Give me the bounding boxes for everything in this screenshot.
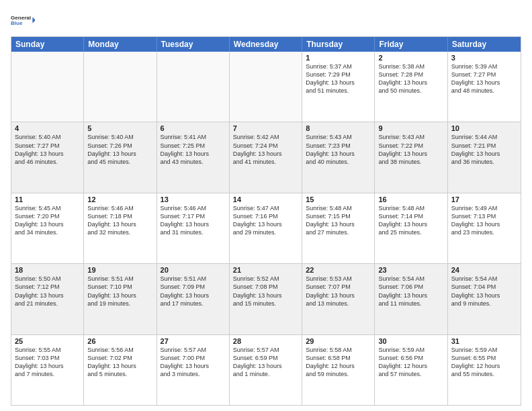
cal-cell: 2Sunrise: 5:38 AMSunset: 7:28 PMDaylight… [375,52,447,122]
day-info: Sunrise: 5:43 AMSunset: 7:23 PMDaylight:… [306,133,371,166]
day-info: Sunrise: 5:53 AMSunset: 7:07 PMDaylight:… [306,275,371,308]
cal-cell: 28Sunrise: 5:57 AMSunset: 6:59 PMDayligh… [230,335,302,405]
cal-cell: 1Sunrise: 5:37 AMSunset: 7:29 PMDaylight… [302,52,375,122]
day-number: 8 [306,124,371,132]
header-day-sunday: Sunday [11,37,84,52]
cal-cell: 17Sunrise: 5:49 AMSunset: 7:13 PMDayligh… [448,193,521,263]
day-info: Sunrise: 5:40 AMSunset: 7:26 PMDaylight:… [87,133,152,166]
header: General Blue [11,8,521,32]
day-number: 26 [87,337,152,345]
day-number: 7 [233,124,298,132]
day-info: Sunrise: 5:38 AMSunset: 7:28 PMDaylight:… [378,62,443,95]
header-day-monday: Monday [84,37,157,52]
day-number: 15 [306,195,371,203]
day-info: Sunrise: 5:48 AMSunset: 7:15 PMDaylight:… [306,204,371,237]
calendar-body: 1Sunrise: 5:37 AMSunset: 7:29 PMDaylight… [11,52,521,405]
day-info: Sunrise: 5:46 AMSunset: 7:18 PMDaylight:… [87,204,152,237]
day-info: Sunrise: 5:42 AMSunset: 7:24 PMDaylight:… [233,133,298,166]
cal-cell: 11Sunrise: 5:45 AMSunset: 7:20 PMDayligh… [11,193,84,263]
day-number: 10 [451,124,517,132]
calendar-header: SundayMondayTuesdayWednesdayThursdayFrid… [11,37,521,52]
day-info: Sunrise: 5:51 AMSunset: 7:10 PMDaylight:… [87,275,152,308]
cal-cell: 25Sunrise: 5:55 AMSunset: 7:03 PMDayligh… [11,335,84,405]
day-info: Sunrise: 5:56 AMSunset: 7:02 PMDaylight:… [87,346,152,379]
day-number: 31 [451,337,517,345]
cal-cell: 16Sunrise: 5:48 AMSunset: 7:14 PMDayligh… [375,193,447,263]
week-1: 1Sunrise: 5:37 AMSunset: 7:29 PMDaylight… [11,52,521,122]
day-info: Sunrise: 5:43 AMSunset: 7:22 PMDaylight:… [378,133,443,166]
svg-text:General: General [11,15,31,21]
header-day-wednesday: Wednesday [230,37,302,52]
day-info: Sunrise: 5:45 AMSunset: 7:20 PMDaylight:… [15,204,80,237]
day-number: 21 [233,266,298,274]
day-number: 1 [306,54,371,62]
day-number: 11 [15,195,80,203]
day-info: Sunrise: 5:54 AMSunset: 7:04 PMDaylight:… [451,275,517,308]
day-info: Sunrise: 5:48 AMSunset: 7:14 PMDaylight:… [378,204,443,237]
day-number: 6 [161,124,226,132]
day-number: 18 [15,266,80,274]
day-info: Sunrise: 5:51 AMSunset: 7:09 PMDaylight:… [161,275,226,308]
svg-marker-2 [32,17,35,24]
cal-cell: 13Sunrise: 5:46 AMSunset: 7:17 PMDayligh… [157,193,230,263]
day-number: 29 [306,337,371,345]
cal-cell [84,52,157,122]
day-number: 19 [87,266,152,274]
day-number: 28 [233,337,298,345]
cal-cell: 22Sunrise: 5:53 AMSunset: 7:07 PMDayligh… [302,264,375,334]
day-number: 4 [15,124,80,132]
cal-cell: 15Sunrise: 5:48 AMSunset: 7:15 PMDayligh… [302,193,375,263]
calendar: SundayMondayTuesdayWednesdayThursdayFrid… [11,36,521,406]
day-info: Sunrise: 5:40 AMSunset: 7:27 PMDaylight:… [15,133,80,166]
day-number: 27 [161,337,226,345]
day-number: 30 [378,337,443,345]
cal-cell [230,52,302,122]
day-info: Sunrise: 5:47 AMSunset: 7:16 PMDaylight:… [233,204,298,237]
cal-cell: 29Sunrise: 5:58 AMSunset: 6:58 PMDayligh… [302,335,375,405]
week-2: 4Sunrise: 5:40 AMSunset: 7:27 PMDaylight… [11,122,521,192]
cal-cell [11,52,84,122]
day-number: 25 [15,337,80,345]
cal-cell: 4Sunrise: 5:40 AMSunset: 7:27 PMDaylight… [11,122,84,192]
day-number: 9 [378,124,443,132]
week-3: 11Sunrise: 5:45 AMSunset: 7:20 PMDayligh… [11,193,521,263]
day-info: Sunrise: 5:52 AMSunset: 7:08 PMDaylight:… [233,275,298,308]
day-number: 2 [378,54,443,62]
day-info: Sunrise: 5:50 AMSunset: 7:12 PMDaylight:… [15,275,80,308]
cal-cell: 7Sunrise: 5:42 AMSunset: 7:24 PMDaylight… [230,122,302,192]
day-info: Sunrise: 5:57 AMSunset: 7:00 PMDaylight:… [161,346,226,379]
day-info: Sunrise: 5:57 AMSunset: 6:59 PMDaylight:… [233,346,298,379]
cal-cell: 19Sunrise: 5:51 AMSunset: 7:10 PMDayligh… [84,264,157,334]
day-info: Sunrise: 5:59 AMSunset: 6:56 PMDaylight:… [378,346,443,379]
day-number: 20 [161,266,226,274]
cal-cell: 9Sunrise: 5:43 AMSunset: 7:22 PMDaylight… [375,122,447,192]
day-info: Sunrise: 5:49 AMSunset: 7:13 PMDaylight:… [451,204,517,237]
day-info: Sunrise: 5:58 AMSunset: 6:58 PMDaylight:… [306,346,371,379]
day-info: Sunrise: 5:59 AMSunset: 6:55 PMDaylight:… [451,346,517,379]
header-day-tuesday: Tuesday [157,37,230,52]
logo-svg: General Blue [11,8,35,32]
cal-cell: 10Sunrise: 5:44 AMSunset: 7:21 PMDayligh… [448,122,521,192]
cal-cell: 6Sunrise: 5:41 AMSunset: 7:25 PMDaylight… [157,122,230,192]
day-number: 13 [161,195,226,203]
day-info: Sunrise: 5:39 AMSunset: 7:27 PMDaylight:… [451,62,517,95]
day-info: Sunrise: 5:37 AMSunset: 7:29 PMDaylight:… [306,62,371,95]
header-day-saturday: Saturday [448,37,521,52]
day-number: 14 [233,195,298,203]
day-info: Sunrise: 5:55 AMSunset: 7:03 PMDaylight:… [15,346,80,379]
header-day-thursday: Thursday [302,37,375,52]
svg-text:Blue: Blue [11,20,23,26]
cal-cell: 12Sunrise: 5:46 AMSunset: 7:18 PMDayligh… [84,193,157,263]
cal-cell: 14Sunrise: 5:47 AMSunset: 7:16 PMDayligh… [230,193,302,263]
header-day-friday: Friday [375,37,447,52]
day-number: 23 [378,266,443,274]
cal-cell: 24Sunrise: 5:54 AMSunset: 7:04 PMDayligh… [448,264,521,334]
page: General Blue SundayMondayTuesdayWednesda… [0,0,532,411]
cal-cell: 18Sunrise: 5:50 AMSunset: 7:12 PMDayligh… [11,264,84,334]
day-number: 16 [378,195,443,203]
cal-cell: 23Sunrise: 5:54 AMSunset: 7:06 PMDayligh… [375,264,447,334]
logo: General Blue [11,8,35,32]
day-info: Sunrise: 5:46 AMSunset: 7:17 PMDaylight:… [161,204,226,237]
cal-cell: 21Sunrise: 5:52 AMSunset: 7:08 PMDayligh… [230,264,302,334]
cal-cell: 5Sunrise: 5:40 AMSunset: 7:26 PMDaylight… [84,122,157,192]
